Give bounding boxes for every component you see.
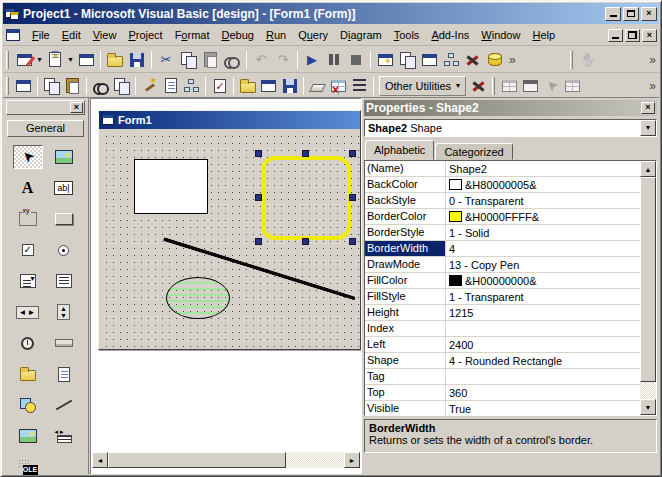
property-row-drawmode[interactable]: DrawMode13 - Copy Pen (365, 257, 640, 273)
property-row-top[interactable]: Top360 (365, 385, 640, 401)
property-row-shape[interactable]: Shape4 - Rounded Rectangle (365, 353, 640, 369)
tool-optionbutton[interactable] (49, 238, 79, 262)
properties-titlebar[interactable]: Properties - Shape2 × (364, 100, 657, 116)
selection-handle-e[interactable] (349, 194, 356, 201)
menu-run[interactable]: Run (260, 26, 292, 44)
tool-drivelistbox[interactable] (49, 331, 79, 355)
tool-combobox[interactable] (13, 269, 43, 293)
break-button[interactable] (323, 49, 345, 71)
add-form-button[interactable] (44, 49, 66, 71)
tool-label[interactable]: A (13, 176, 43, 200)
hscroll-left-arrow[interactable]: ◄ (92, 452, 108, 468)
form-layout-button[interactable] (418, 49, 440, 71)
tab-categorized[interactable]: Categorized (435, 143, 512, 160)
form1-client-grid[interactable] (100, 130, 359, 348)
designer-hscrollbar[interactable]: ◄ ► (92, 452, 360, 468)
tool-textbox[interactable]: ab| (49, 176, 79, 200)
selection-handle-s[interactable] (302, 238, 309, 245)
toolbox-tab-general[interactable]: General (7, 120, 84, 137)
title-bar[interactable]: Project1 - Microsoft Visual Basic [desig… (3, 3, 659, 24)
tool-shape[interactable] (13, 393, 43, 417)
mdi-restore-button[interactable] (625, 29, 640, 42)
add-project-button[interactable] (13, 49, 35, 71)
property-row-left[interactable]: Left2400 (365, 337, 640, 353)
menu-tools[interactable]: Tools (388, 26, 426, 44)
tool-pointer[interactable]: ➤ (13, 145, 43, 169)
pan-hand-button[interactable]: ✋ (577, 49, 599, 71)
project-explorer-button[interactable] (374, 49, 396, 71)
menu-window[interactable]: Window (475, 26, 526, 44)
tool-vscrollbar[interactable]: ▲▼ (49, 300, 79, 324)
toolbox-button[interactable] (462, 49, 484, 71)
property-row-borderstyle[interactable]: BorderStyle1 - Solid (365, 225, 640, 241)
replace-pages-icon[interactable] (111, 76, 132, 96)
properties-sheet-icon[interactable] (13, 76, 34, 96)
vscroll-down-arrow[interactable]: ▼ (640, 399, 656, 415)
vscroll-up-arrow[interactable]: ▲ (640, 161, 656, 177)
shape3-ellipse[interactable] (166, 277, 230, 319)
shape2-rounded-rectangle[interactable] (261, 156, 351, 240)
tool-listbox[interactable] (49, 269, 79, 293)
toolbar-grip[interactable] (6, 51, 9, 69)
select-table-icon[interactable] (562, 76, 583, 96)
property-row-index[interactable]: Index (365, 321, 640, 337)
tool-checkbox[interactable] (13, 238, 43, 262)
properties-close-button[interactable]: × (641, 102, 655, 114)
undo-button[interactable]: ↶ (250, 49, 272, 71)
find-button[interactable] (221, 49, 243, 71)
list-icon[interactable] (349, 76, 370, 96)
hscroll-thumb[interactable] (108, 452, 286, 468)
delete-table-icon[interactable] (328, 76, 349, 96)
other-utilities-button[interactable]: Other Utilities▾ (379, 76, 466, 96)
object-browser-button[interactable] (440, 49, 462, 71)
form1-window[interactable]: Form1 (98, 110, 361, 350)
toolbar-overflow-chevron[interactable]: » (646, 79, 659, 93)
mdi-minimize-button[interactable] (608, 29, 623, 42)
form1-titlebar[interactable]: Form1 (99, 111, 360, 129)
tool-hscrollbar[interactable]: ◄► (13, 300, 43, 324)
tool-dirlistbox[interactable] (13, 362, 43, 386)
selection-handle-se[interactable] (349, 238, 356, 245)
object-selector[interactable]: Shape2 Shape ▾ (364, 119, 657, 137)
close-button[interactable]: × (641, 7, 657, 21)
vscroll-thumb[interactable] (640, 177, 656, 382)
property-row-borderwidth[interactable]: BorderWidth4 (365, 241, 640, 257)
menu-debug[interactable]: Debug (215, 26, 259, 44)
toolbar-grip[interactable] (570, 51, 573, 69)
menu-view[interactable]: View (87, 26, 123, 44)
eraser-icon[interactable] (307, 76, 328, 96)
minimize-button[interactable] (605, 7, 621, 21)
hscroll-right-arrow[interactable]: ► (344, 452, 360, 468)
menu-file[interactable]: File (26, 26, 56, 44)
tab-alphabetic[interactable]: Alphabetic (365, 140, 434, 160)
wand-icon[interactable] (139, 76, 160, 96)
tool-timer[interactable] (13, 331, 43, 355)
toolbox-close-button[interactable]: × (70, 102, 83, 113)
redo-button[interactable]: ↷ (272, 49, 294, 71)
utility-tools-icon[interactable] (468, 76, 489, 96)
menu-editor-button[interactable] (75, 49, 97, 71)
property-row-backstyle[interactable]: BackStyle0 - Transparent (365, 193, 640, 209)
end-button[interactable] (345, 49, 367, 71)
start-button[interactable]: ▶ (301, 49, 323, 71)
checklist-icon[interactable] (209, 76, 230, 96)
tool-filelistbox[interactable] (49, 362, 79, 386)
selection-handle-sw[interactable] (255, 238, 262, 245)
object-selector-dropdown[interactable]: ▾ (640, 120, 656, 136)
property-row-fillcolor[interactable]: FillColor&H00000000& (365, 273, 640, 289)
property-row-height[interactable]: Height1215 (365, 305, 640, 321)
selection-handle-nw[interactable] (255, 150, 262, 157)
tool-frame[interactable] (13, 207, 43, 231)
selection-handle-n[interactable] (302, 150, 309, 157)
menu-diagram[interactable]: Diagram (334, 26, 388, 44)
menu-edit[interactable]: Edit (56, 26, 87, 44)
org-chart-icon[interactable] (181, 76, 202, 96)
mdi-child-icon[interactable] (6, 29, 20, 41)
properties-window-button[interactable] (396, 49, 418, 71)
shape2-selection[interactable] (255, 150, 356, 245)
toolbar-grip[interactable] (492, 77, 495, 95)
property-row-visible[interactable]: VisibleTrue (365, 401, 640, 416)
folder-icon[interactable] (237, 76, 258, 96)
property-row-fillstyle[interactable]: FillStyle1 - Transparent (365, 289, 640, 305)
toolbar-overflow-chevron[interactable]: » (646, 53, 659, 67)
